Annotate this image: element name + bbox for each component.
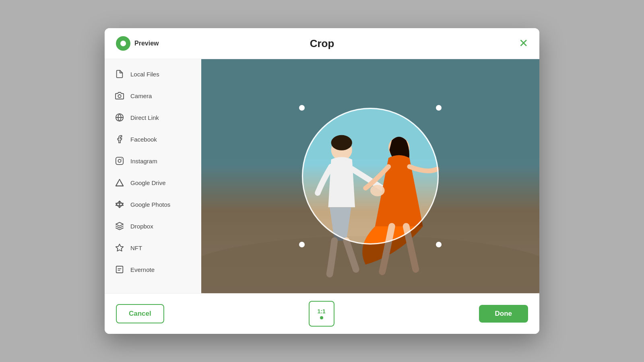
sidebar-item-google-drive[interactable]: Google Drive	[105, 172, 201, 193]
sidebar-item-nft[interactable]: NFT	[105, 237, 201, 259]
crop-image-area	[201, 59, 539, 293]
photos-icon	[114, 199, 125, 210]
sidebar-item-label: Google Drive	[130, 179, 166, 186]
ratio-button[interactable]: 1:1	[309, 301, 334, 327]
sidebar-item-label: Google Photos	[130, 201, 170, 208]
sidebar-item-evernote[interactable]: Evernote	[105, 259, 201, 280]
modal-footer: Cancel 1:1 Done	[105, 293, 539, 334]
nft-icon	[114, 243, 125, 253]
sidebar-item-google-photos[interactable]: Google Photos	[105, 193, 201, 215]
crop-handle-bottom-right[interactable]	[436, 242, 442, 247]
preview-icon	[116, 36, 130, 51]
sidebar-item-label: Instagram	[130, 158, 157, 165]
cancel-button[interactable]: Cancel	[116, 304, 164, 323]
drive-icon	[114, 177, 125, 188]
facebook-icon	[114, 134, 125, 144]
sidebar-item-label: Dropbox	[130, 223, 153, 230]
sidebar-item-camera[interactable]: Camera	[105, 85, 201, 107]
sidebar-item-local-files[interactable]: Local Files	[105, 63, 201, 85]
camera-icon	[114, 90, 125, 101]
preview-section: Preview	[116, 36, 159, 51]
evernote-icon	[114, 264, 125, 275]
ratio-indicator	[320, 316, 323, 319]
dropbox-icon	[114, 221, 125, 231]
crop-handle-top-left[interactable]	[299, 105, 305, 111]
link-icon	[114, 112, 125, 123]
sidebar-item-label: Local Files	[130, 71, 159, 78]
modal-title: Crop	[310, 37, 334, 50]
svg-rect-3	[116, 157, 123, 165]
crop-circle[interactable]	[302, 108, 439, 245]
sidebar-item-label: NFT	[130, 245, 142, 251]
close-button[interactable]: ✕	[519, 38, 528, 49]
sidebar-item-label: Camera	[130, 93, 152, 99]
modal-body: Local Files Camera	[105, 59, 539, 293]
ratio-label: 1:1	[318, 308, 326, 315]
sidebar-item-instagram[interactable]: Instagram	[105, 150, 201, 172]
done-button[interactable]: Done	[479, 305, 528, 323]
file-icon	[114, 69, 125, 79]
sidebar-item-facebook[interactable]: Facebook	[105, 128, 201, 150]
modal-header: Preview Crop ✕	[105, 28, 539, 59]
sidebar-item-label: Evernote	[130, 266, 155, 273]
sidebar: Local Files Camera	[105, 59, 201, 293]
preview-label: Preview	[134, 40, 159, 47]
crop-modal: Preview Crop ✕ Local Files	[105, 28, 539, 334]
crop-handle-bottom-left[interactable]	[299, 242, 305, 247]
sidebar-item-label: Direct Link	[130, 114, 159, 121]
sidebar-item-direct-link[interactable]: Direct Link	[105, 107, 201, 128]
sidebar-item-label: Facebook	[130, 136, 157, 143]
instagram-icon	[114, 156, 125, 166]
svg-marker-5	[116, 244, 123, 251]
sidebar-item-dropbox[interactable]: Dropbox	[105, 215, 201, 237]
svg-point-0	[118, 95, 121, 97]
image-container[interactable]	[201, 59, 539, 293]
crop-handle-top-right[interactable]	[436, 105, 442, 111]
